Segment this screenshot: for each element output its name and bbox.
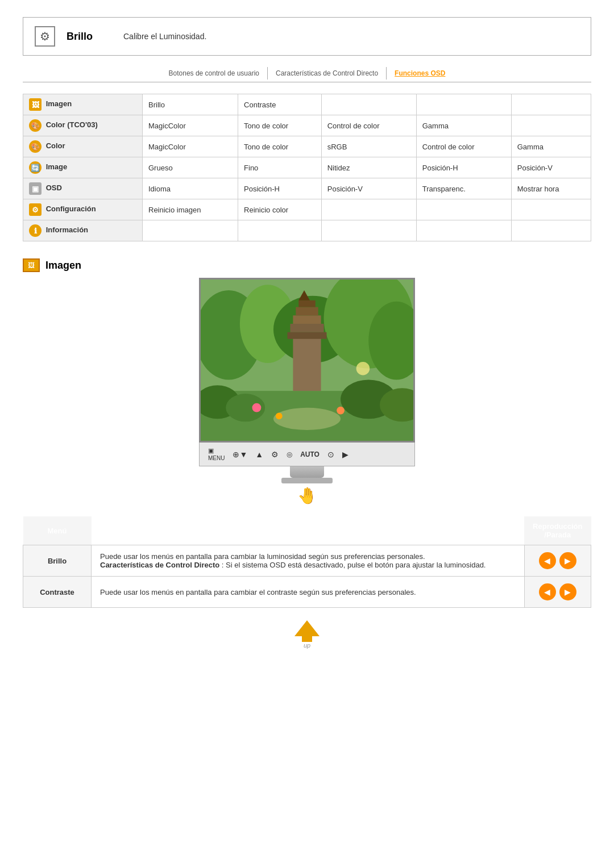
cell-empty5 <box>321 199 416 220</box>
content-contraste: Puede usar los menús en pantalla para ca… <box>92 577 525 608</box>
play-btn-prev[interactable]: ◀ <box>539 552 556 569</box>
tab-caracteristicas[interactable]: Características de Control Directo <box>268 67 387 80</box>
row-header-configuracion: ⚙ Configuración <box>23 199 143 220</box>
row-header-image: 🔄 Image <box>23 157 143 178</box>
garden-image <box>201 279 413 441</box>
brightness-icon: ⚙ <box>35 26 55 47</box>
svg-point-20 <box>276 413 283 420</box>
cell-transparenc[interactable]: Transparenc. <box>416 178 511 199</box>
svg-rect-13 <box>298 301 316 307</box>
ctrl-btn1[interactable]: ⊕▼ <box>233 450 247 459</box>
cell-magiccolor1[interactable]: MagicColor <box>143 115 238 136</box>
table-row: 🔄 Image Grueso Fino Nitidez Posición-H P… <box>23 157 591 178</box>
cell-gamma1[interactable]: Gamma <box>416 115 511 136</box>
tab-funciones-osd[interactable]: Funciones OSD <box>387 67 453 80</box>
imagen-section-title: Imagen <box>45 260 81 272</box>
up-icon[interactable]: up <box>293 619 321 649</box>
header-title: Brillo <box>67 31 112 43</box>
svg-point-19 <box>252 403 262 412</box>
auto-label[interactable]: AUTO <box>300 450 320 458</box>
play-buttons-contraste: ◀ ▶ <box>533 583 582 600</box>
cell-grueso[interactable]: Grueso <box>143 157 238 178</box>
menu-brillo: Brillo <box>23 545 92 577</box>
ctrl-btn2[interactable]: ▲ <box>255 450 263 459</box>
cell-idioma[interactable]: Idioma <box>143 178 238 199</box>
svg-point-7 <box>273 408 341 430</box>
monitor-stand <box>290 466 324 478</box>
table-row: ▣ OSD Idioma Posición-H Posición-V Trans… <box>23 178 591 199</box>
cell-empty3 <box>511 94 591 115</box>
play-buttons-brillo: ◀ ▶ <box>533 552 582 569</box>
cell-reinicio-imagen[interactable]: Reinicio imagen <box>143 199 238 220</box>
cell-mostrar-hora[interactable]: Mostrar hora <box>511 178 591 199</box>
cell-tono2[interactable]: Tono de color <box>238 136 322 157</box>
cell-nitidez[interactable]: Nitidez <box>321 157 416 178</box>
row-header-osd: ▣ OSD <box>23 178 143 199</box>
row-header-imagen: 🖼 Imagen <box>23 94 143 115</box>
tab-botones[interactable]: Botones de control de usuario <box>161 67 268 80</box>
up-triangle <box>293 619 321 642</box>
col-header-content: Contenido <box>92 516 525 545</box>
hand-icon: 🤚 <box>297 486 317 505</box>
cell-control-color2[interactable]: Control de color <box>416 136 511 157</box>
menu-contraste: Contraste <box>23 577 92 608</box>
cell-magiccolor2[interactable]: MagicColor <box>143 136 238 157</box>
config-icon: ⚙ <box>29 203 42 216</box>
header-box: ⚙ Brillo Calibre el Luminosidad. <box>23 17 591 56</box>
cell-gamma2[interactable]: Gamma <box>511 136 591 157</box>
cell-empty1 <box>321 94 416 115</box>
cell-contraste[interactable]: Contraste <box>238 94 322 115</box>
bottom-table: Menú Contenido Reproducción /Parada Bril… <box>23 516 591 608</box>
cell-empty4 <box>511 115 591 136</box>
ctrl-btn6[interactable]: ▶ <box>342 450 349 459</box>
header-description: Calibre el Luminosidad. <box>123 32 206 41</box>
up-label: up <box>304 642 310 649</box>
monitor-controls: ▣MENU ⊕▼ ▲ ⚙ ◎ AUTO ⊙ ▶ <box>199 443 415 466</box>
cell-posicion-h[interactable]: Posición-H <box>416 157 511 178</box>
table-row: ⚙ Configuración Reinicio imagen Reinicio… <box>23 199 591 220</box>
cell-osd-posicion-h[interactable]: Posición-H <box>238 178 322 199</box>
cell-reinicio-color[interactable]: Reinicio color <box>238 199 322 220</box>
row-header-color: 🎨 Color <box>23 136 143 157</box>
menu-icon: ▣MENU <box>208 447 225 461</box>
cell-control-color1[interactable]: Control de color <box>321 115 416 136</box>
ctrl-btn3[interactable]: ⚙ <box>271 450 279 459</box>
table-row: Contraste Puede usar los menús en pantal… <box>23 577 591 608</box>
svg-rect-10 <box>290 324 323 332</box>
cell-osd-posicion-v[interactable]: Posición-V <box>321 178 416 199</box>
ctrl-btn4[interactable]: ◎ <box>287 450 292 458</box>
table-row: 🖼 Imagen Brillo Contraste <box>23 94 591 115</box>
svg-point-21 <box>337 407 345 415</box>
play-btn-prev2[interactable]: ◀ <box>539 583 556 600</box>
cell-empty7 <box>511 199 591 220</box>
ctrl-btn5[interactable]: ⊙ <box>327 450 334 459</box>
cell-info2 <box>238 220 322 241</box>
image-icon: 🔄 <box>29 161 42 174</box>
menu-grid: 🖼 Imagen Brillo Contraste 🎨 Color (TCO'0… <box>23 94 591 241</box>
imagen-section-icon: 🖼 <box>23 258 40 272</box>
imagen-icon: 🖼 <box>29 98 42 111</box>
col-header-menu: Menú <box>23 516 92 545</box>
cell-srgb[interactable]: sRGB <box>321 136 416 157</box>
svg-point-22 <box>356 362 370 375</box>
row-header-informacion: ℹ Información <box>23 220 143 241</box>
table-row: Brillo Puede usar los menús en pantalla … <box>23 545 591 577</box>
cell-brillo[interactable]: Brillo <box>143 94 238 115</box>
svg-rect-9 <box>288 332 327 339</box>
info-icon: ℹ <box>29 224 42 237</box>
cell-info5 <box>511 220 591 241</box>
nav-tabs: Botones de control de usuario Caracterís… <box>23 67 591 82</box>
cell-info1 <box>143 220 238 241</box>
svg-rect-11 <box>293 315 321 324</box>
cell-fino[interactable]: Fino <box>238 157 322 178</box>
monitor-screen-inner <box>201 279 413 441</box>
play-btn-next2[interactable]: ▶ <box>559 583 576 600</box>
cell-info4 <box>416 220 511 241</box>
cell-posicion-v[interactable]: Posición-V <box>511 157 591 178</box>
col-header-play: Reproducción /Parada <box>524 516 591 545</box>
table-row: 🎨 Color MagicColor Tono de color sRGB Co… <box>23 136 591 157</box>
svg-rect-12 <box>296 307 318 316</box>
cell-tono1[interactable]: Tono de color <box>238 115 322 136</box>
content-brillo: Puede usar los menús en pantalla para ca… <box>92 545 525 577</box>
play-btn-next[interactable]: ▶ <box>559 552 576 569</box>
